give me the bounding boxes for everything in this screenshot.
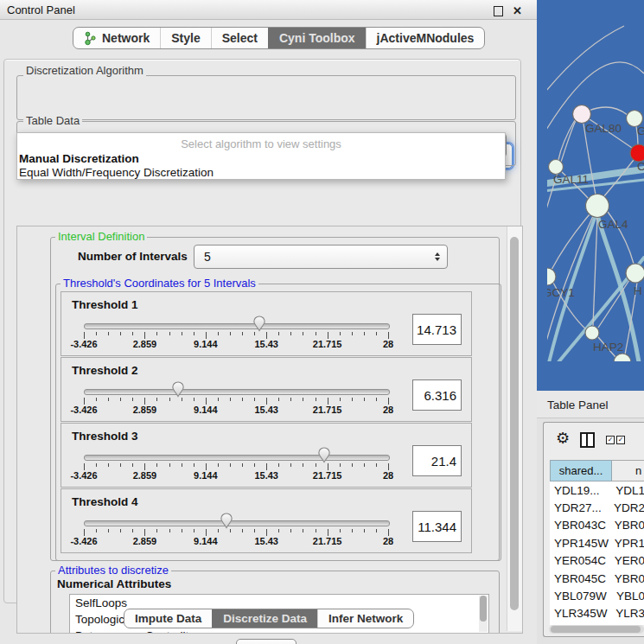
gear-icon[interactable]: ⚙ <box>556 430 570 446</box>
threshold-label: Threshold 1 <box>72 298 138 311</box>
table-panel-titlebar: Table Panel <box>537 391 644 418</box>
tick-mark <box>96 463 97 467</box>
combo-arrows-icon <box>435 252 440 261</box>
tick-mark <box>108 332 109 335</box>
dropdown-option-manual[interactable]: Manual Discretization <box>19 152 503 165</box>
tick-mark <box>328 529 328 536</box>
checkbox-icon[interactable]: ✓ <box>606 436 615 444</box>
tick-mark <box>230 332 231 335</box>
network-node-hap2[interactable] <box>585 326 599 340</box>
tick-mark <box>278 398 279 401</box>
tick-mark <box>218 398 219 401</box>
cell-name: YLR3 <box>610 607 644 620</box>
tick-mark <box>182 529 182 532</box>
attributes-scrollbar[interactable] <box>479 596 488 632</box>
dropdown-option-equal-width[interactable]: Equal Width/Frequency Discretization <box>19 166 503 179</box>
tab-select[interactable]: Select <box>211 28 268 48</box>
table-row[interactable]: YBL079WYBL0 <box>550 587 644 604</box>
tab-discretize-data[interactable]: Discretize Data <box>212 609 317 628</box>
table-row[interactable]: YBR045CYBR0 <box>550 570 644 587</box>
threshold-slider-track[interactable] <box>84 323 390 329</box>
tick-label: 21.715 <box>313 339 342 349</box>
network-edge <box>558 120 575 160</box>
tab-cyni-toolbox[interactable]: Cyni Toolbox <box>268 28 366 48</box>
number-of-intervals-combo[interactable]: 5 <box>194 245 448 269</box>
network-node-gal11[interactable] <box>549 160 564 175</box>
tick-mark <box>352 529 353 532</box>
network-node-h[interactable] <box>626 264 644 283</box>
tick-label: 9.144 <box>194 470 218 481</box>
window-title: Control Panel <box>7 3 75 16</box>
float-window-icon[interactable] <box>494 6 503 16</box>
tick-label: 21.715 <box>313 405 342 415</box>
network-node-label: GCY1 <box>547 286 575 299</box>
threshold-slider-thumb[interactable] <box>220 513 233 529</box>
tick-label: -3.426 <box>70 339 97 349</box>
attribute-list-item[interactable]: BetweennessCentrality <box>70 628 488 634</box>
table-panel-window: ⚙ ✓ ✓ shared... n YDL19...YDL1YDR27...YD… <box>543 422 644 637</box>
column-header-name[interactable]: n <box>612 460 644 481</box>
threshold-slider-track[interactable] <box>84 455 390 461</box>
tick-label: 2.859 <box>133 339 157 349</box>
table-row[interactable]: YLR345WYLR3 <box>550 605 644 622</box>
table-horizontal-scrollbar[interactable] <box>549 625 644 634</box>
control-panel-titlebar: Control Panel ✕ <box>0 0 537 20</box>
tab-style[interactable]: Style <box>160 28 210 48</box>
tick-mark <box>132 463 133 467</box>
table-panel-title: Table Panel <box>547 399 609 411</box>
network-canvas[interactable]: GAL80GACGAL11GAL4GCY1HHAP2 <box>547 25 644 361</box>
threshold-value-field[interactable]: 21.4 <box>412 445 462 476</box>
settings-vertical-scrollbar[interactable] <box>507 226 522 631</box>
threshold-value-field[interactable]: 6.316 <box>412 379 462 411</box>
network-node-c[interactable] <box>630 144 644 162</box>
tick-mark <box>156 332 157 335</box>
tick-mark <box>132 398 133 401</box>
table-row[interactable]: YBR043CYBR0 <box>550 517 644 534</box>
cell-shared-name: YLR345W <box>550 607 610 620</box>
cell-shared-name: YBR043C <box>550 519 609 532</box>
checkbox-icon[interactable]: ✓ <box>616 436 625 444</box>
cell-name: YBR0 <box>609 572 644 585</box>
tick-mark <box>84 529 85 536</box>
tab-network[interactable]: Network <box>73 28 160 48</box>
close-icon[interactable]: ✕ <box>513 4 522 17</box>
network-node-label: HAP2 <box>593 341 623 354</box>
tick-label: -3.426 <box>70 405 97 415</box>
tick-mark <box>218 529 219 532</box>
columns-icon[interactable] <box>580 432 595 448</box>
tick-label: 9.144 <box>194 339 218 349</box>
table-row[interactable]: YPR145WYPR1 <box>550 534 644 552</box>
network-edge <box>552 214 590 270</box>
tick-mark <box>266 463 267 470</box>
apply-button[interactable]: Apply <box>236 639 296 644</box>
tick-mark <box>182 398 182 401</box>
table-row[interactable]: YDR27...YDR2 <box>550 499 644 516</box>
table-row[interactable]: YDL19...YDL1 <box>550 481 644 499</box>
tick-mark <box>316 398 316 401</box>
tab-jactivemnodules[interactable]: jActiveMNodules <box>366 28 485 48</box>
threshold-slider-thumb[interactable] <box>317 447 331 463</box>
scrollbar-thumb[interactable] <box>551 626 641 633</box>
tick-mark <box>303 398 303 401</box>
tick-label: 21.715 <box>313 470 342 481</box>
tab-infer-network[interactable]: Infer Network <box>317 609 413 628</box>
threshold-value-field[interactable]: 14.713 <box>412 314 462 345</box>
tick-mark <box>84 332 85 339</box>
network-node-gcy1[interactable] <box>547 268 556 285</box>
network-node-gal80[interactable] <box>573 105 591 124</box>
threshold-slider-thumb[interactable] <box>252 316 266 332</box>
threshold-slider-track[interactable] <box>84 389 390 395</box>
network-node[interactable] <box>614 354 631 361</box>
tab-impute-data[interactable]: Impute Data <box>124 609 212 628</box>
threshold-slider-track[interactable] <box>84 520 390 526</box>
column-header-shared-name[interactable]: shared... <box>550 460 612 481</box>
threshold-label: Threshold 4 <box>72 495 138 508</box>
network-node-gal4[interactable] <box>586 194 609 218</box>
threshold-slider-thumb[interactable] <box>171 381 185 398</box>
threshold-value-field[interactable]: 11.344 <box>412 511 462 542</box>
tick-mark <box>218 463 219 467</box>
threshold-group-title: Threshold's Coordinates for 5 Intervals <box>61 277 258 289</box>
table-row[interactable]: YER054CYER0 <box>550 552 644 570</box>
scrollbar-thumb[interactable] <box>510 237 519 610</box>
interval-definition-title: Interval Definition <box>55 231 147 242</box>
